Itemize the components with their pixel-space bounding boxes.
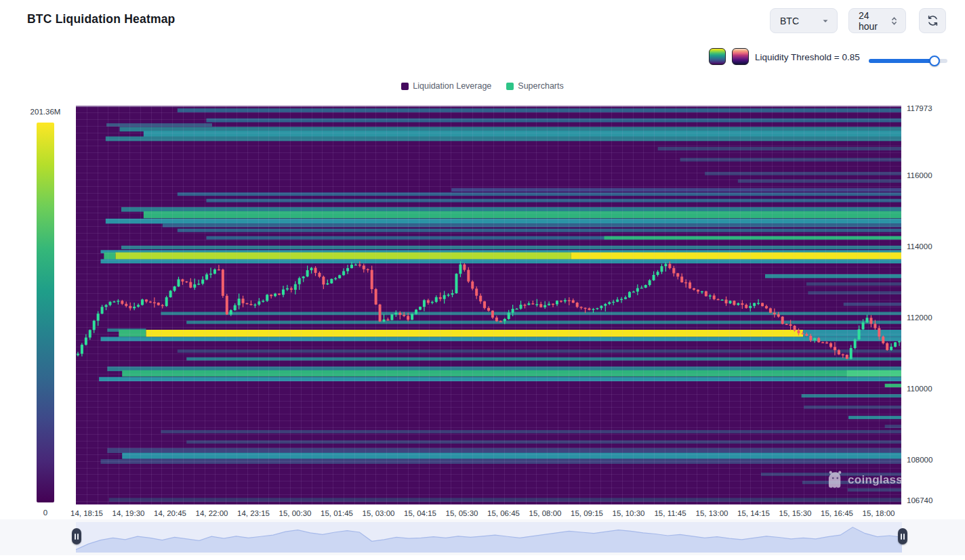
time-tick-label: 15, 14:15 bbox=[737, 509, 770, 517]
time-tick-label: 15, 10:30 bbox=[613, 509, 645, 517]
time-tick-label: 15, 18:00 bbox=[863, 509, 895, 517]
time-tick-label: 15, 05:30 bbox=[446, 509, 478, 517]
time-tick-label: 14, 18:15 bbox=[70, 509, 103, 517]
legend-chip-purple bbox=[401, 83, 409, 90]
time-tick-label: 14, 23:15 bbox=[237, 509, 270, 517]
refresh-icon bbox=[926, 14, 939, 27]
legend-item-supercharts[interactable]: Supercharts bbox=[506, 81, 563, 91]
price-tick-label: 114000 bbox=[907, 242, 932, 251]
time-tick-label: 15, 08:00 bbox=[529, 509, 562, 517]
page-title: BTC Liquidation Heatmap bbox=[27, 12, 176, 26]
time-tick-label: 14, 19:30 bbox=[112, 509, 145, 517]
price-tick-label: 108000 bbox=[907, 456, 932, 464]
viridis-palette-swatch[interactable] bbox=[709, 48, 726, 65]
navigator-canvas[interactable] bbox=[76, 522, 902, 553]
time-tick-label: 15, 09:15 bbox=[571, 509, 603, 517]
time-tick-label: 15, 16:45 bbox=[821, 509, 853, 517]
price-tick-label: 117973 bbox=[907, 104, 932, 112]
pause-bars-icon bbox=[75, 534, 76, 540]
navigator-right-handle[interactable] bbox=[898, 528, 907, 544]
symbol-select[interactable]: BTC bbox=[770, 8, 838, 33]
legend-item-liquidation-leverage[interactable]: Liquidation Leverage bbox=[401, 81, 491, 91]
time-tick-label: 15, 15:30 bbox=[779, 509, 812, 517]
price-tick-label: 110000 bbox=[907, 385, 932, 393]
price-tick-label: 112000 bbox=[907, 314, 932, 322]
interval-select[interactable]: 24 hour bbox=[848, 8, 906, 33]
time-tick-label: 15, 06:45 bbox=[487, 509, 520, 517]
symbol-select-value: BTC bbox=[780, 16, 799, 26]
time-tick-label: 15, 13:00 bbox=[696, 509, 728, 517]
price-axis: 1179731160001140001120001100001080001067… bbox=[907, 106, 961, 504]
liquidity-threshold-slider[interactable] bbox=[869, 56, 946, 66]
range-navigator[interactable] bbox=[76, 522, 902, 553]
price-tick-label: 106740 bbox=[907, 496, 932, 504]
heatmap-canvas[interactable] bbox=[76, 106, 901, 504]
liquidation-heatmap-app: BTC Liquidation Heatmap BTC 24 hour Liqu… bbox=[0, 0, 965, 560]
slider-thumb[interactable] bbox=[929, 56, 940, 66]
legend-chip-green bbox=[506, 83, 514, 90]
refresh-button[interactable] bbox=[919, 8, 946, 33]
colorbar-gradient bbox=[37, 123, 54, 502]
magma-palette-swatch[interactable] bbox=[732, 48, 749, 65]
liquidity-threshold-label: Liquidity Threshold = 0.85 bbox=[755, 52, 861, 62]
navigator-left-handle[interactable] bbox=[72, 528, 81, 544]
price-tick-label: 116000 bbox=[907, 171, 932, 179]
legend-label: Supercharts bbox=[518, 81, 563, 91]
time-axis: 14, 18:1514, 19:3014, 20:4514, 22:0014, … bbox=[76, 509, 901, 520]
time-tick-label: 14, 22:00 bbox=[196, 509, 228, 517]
time-tick-label: 15, 11:45 bbox=[654, 509, 686, 517]
stepper-updown-icon bbox=[890, 16, 899, 26]
time-tick-label: 15, 00:30 bbox=[279, 509, 312, 517]
time-tick-label: 15, 01:45 bbox=[321, 509, 353, 517]
interval-select-value: 24 hour bbox=[859, 10, 890, 32]
colorbar-max-label: 201.36M bbox=[14, 108, 77, 116]
pause-bars-icon bbox=[901, 534, 902, 540]
caret-down-icon bbox=[821, 16, 830, 26]
legend-label: Liquidation Leverage bbox=[413, 81, 491, 91]
time-tick-label: 15, 03:00 bbox=[363, 509, 395, 517]
chart-legend: Liquidation Leverage Supercharts bbox=[0, 81, 965, 91]
slider-fill bbox=[869, 59, 935, 63]
time-tick-label: 14, 20:45 bbox=[154, 509, 186, 517]
heatmap-plot-area[interactable] bbox=[76, 106, 901, 504]
time-tick-label: 15, 04:15 bbox=[404, 509, 436, 517]
colorbar-min-label: 0 bbox=[14, 509, 77, 517]
